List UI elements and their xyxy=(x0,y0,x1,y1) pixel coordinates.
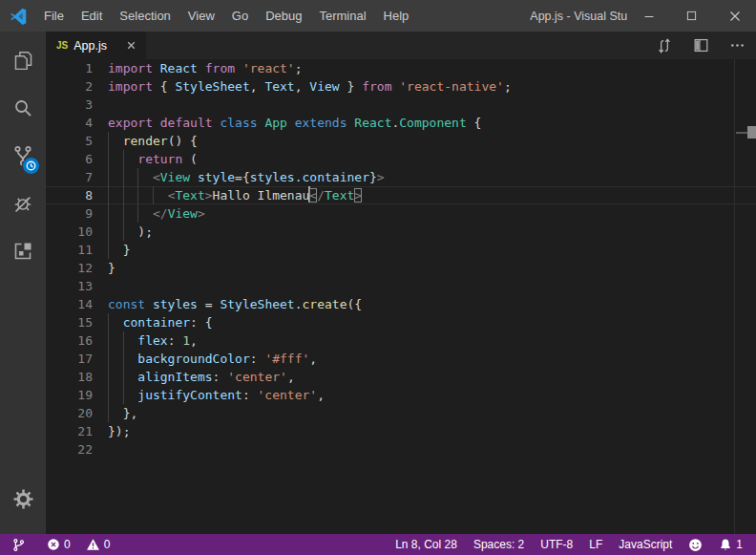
line-number[interactable]: 19 xyxy=(46,386,108,404)
menu-terminal[interactable]: Terminal xyxy=(310,0,374,32)
status-eol[interactable]: LF xyxy=(585,534,606,555)
code-token: 'center' xyxy=(258,388,318,402)
activity-extensions[interactable] xyxy=(0,227,46,275)
line-content: render() { xyxy=(108,132,198,150)
window-controls xyxy=(627,0,756,32)
code-line[interactable]: 2import { StyleSheet, Text, View } from … xyxy=(46,77,756,96)
line-number[interactable]: 12 xyxy=(46,259,108,277)
status-notifications[interactable]: 1 xyxy=(715,534,746,555)
code-token: alignItems xyxy=(137,370,212,384)
line-number[interactable]: 16 xyxy=(46,331,108,350)
status-cursor-position-label: Ln 8, Col 28 xyxy=(395,538,457,551)
code-token: }, xyxy=(123,406,138,420)
tab-app-js[interactable]: JSApp.js xyxy=(46,32,146,59)
minimize-button[interactable] xyxy=(627,0,670,32)
status-cursor-position[interactable]: Ln 8, Col 28 xyxy=(391,534,461,555)
line-number[interactable]: 14 xyxy=(46,295,108,313)
code-line[interactable]: 16 flex: 1, xyxy=(46,331,756,350)
code-line[interactable]: 8 <Text>Hallo Ilmenau</Text> xyxy=(46,186,756,204)
code-token: style xyxy=(198,170,235,184)
line-number[interactable]: 3 xyxy=(46,96,108,114)
code-line[interactable]: 13 xyxy=(46,277,756,295)
code-line[interactable]: 4export default class App extends React.… xyxy=(46,114,756,132)
line-number[interactable]: 22 xyxy=(46,440,108,459)
code-token: < xyxy=(153,170,160,184)
menu-help[interactable]: Help xyxy=(375,0,418,32)
indent-guide xyxy=(123,331,124,350)
line-number[interactable]: 18 xyxy=(46,368,108,386)
activity-source-control[interactable] xyxy=(0,132,46,180)
minimap[interactable] xyxy=(668,62,735,146)
line-number[interactable]: 1 xyxy=(46,59,108,77)
code-line[interactable]: 12} xyxy=(46,259,756,277)
status-language-mode[interactable]: JavaScript xyxy=(615,534,676,555)
line-number[interactable]: 21 xyxy=(46,422,108,440)
code-line[interactable]: 11 } xyxy=(46,241,756,259)
code-line[interactable]: 10 ); xyxy=(46,223,756,241)
code-line[interactable]: 21}); xyxy=(46,422,756,440)
line-number[interactable]: 9 xyxy=(46,204,108,223)
line-number[interactable]: 6 xyxy=(46,150,108,168)
code-line[interactable]: 3 xyxy=(46,96,756,114)
menu-view[interactable]: View xyxy=(179,0,223,32)
line-number[interactable]: 2 xyxy=(46,77,108,96)
status-git-branch[interactable] xyxy=(8,534,30,555)
menu-edit[interactable]: Edit xyxy=(73,0,111,32)
code-line[interactable]: 7 <View style={styles.container}> xyxy=(46,168,756,186)
menu-file[interactable]: File xyxy=(35,0,73,32)
line-number[interactable]: 20 xyxy=(46,404,108,422)
line-content: export default class App extends React.C… xyxy=(108,114,481,132)
ruler-cursor-marker xyxy=(747,126,756,139)
code-line[interactable]: 14const styles = StyleSheet.create({ xyxy=(46,295,756,313)
indent-guide xyxy=(123,168,124,186)
activity-debug[interactable] xyxy=(0,180,46,227)
status-encoding[interactable]: UTF-8 xyxy=(536,534,577,555)
code-line[interactable]: 5 render() { xyxy=(46,132,756,150)
line-number[interactable]: 4 xyxy=(46,114,108,132)
line-number[interactable]: 10 xyxy=(46,223,108,241)
status-indentation[interactable]: Spaces: 2 xyxy=(470,534,528,555)
status-bar-left: 00 xyxy=(8,534,121,555)
line-number[interactable]: 15 xyxy=(46,313,108,331)
code-line[interactable]: 22 xyxy=(46,440,756,459)
maximize-button[interactable] xyxy=(670,0,713,32)
code-line[interactable]: 18 alignItems: 'center', xyxy=(46,368,756,386)
activity-search[interactable] xyxy=(0,84,46,132)
code-line[interactable]: 17 backgroundColor: '#fff', xyxy=(46,350,756,368)
indent-guide xyxy=(123,204,124,223)
code-line[interactable]: 9 </View> xyxy=(46,204,756,223)
close-button[interactable] xyxy=(713,0,756,32)
activity-explorer[interactable] xyxy=(0,36,46,84)
code-token: }); xyxy=(108,424,130,438)
menu-debug[interactable]: Debug xyxy=(257,0,310,32)
line-number[interactable]: 17 xyxy=(46,350,108,368)
menu-go[interactable]: Go xyxy=(223,0,257,32)
code-token: , xyxy=(295,79,310,94)
status-warnings-label: 0 xyxy=(104,538,111,551)
code-editor[interactable]: 1import React from 'react';2import { Sty… xyxy=(46,59,756,534)
status-warnings[interactable]: 0 xyxy=(82,534,115,555)
split-editor-button[interactable] xyxy=(692,36,710,54)
code-token: from xyxy=(362,79,391,94)
code-line[interactable]: 15 container: { xyxy=(46,313,756,331)
activity-settings[interactable] xyxy=(0,475,46,523)
line-number[interactable]: 11 xyxy=(46,241,108,259)
code-line[interactable]: 19 justifyContent: 'center', xyxy=(46,386,756,404)
menu-selection[interactable]: Selection xyxy=(111,0,178,32)
code-line[interactable]: 1import React from 'react'; xyxy=(46,59,756,77)
code-line[interactable]: 20 }, xyxy=(46,404,756,422)
status-errors[interactable]: 0 xyxy=(43,534,74,555)
overview-ruler[interactable] xyxy=(734,59,756,534)
line-number[interactable]: 7 xyxy=(46,168,108,186)
code-line[interactable]: 6 return ( xyxy=(46,150,756,168)
tab-close-button[interactable] xyxy=(125,39,137,52)
line-number[interactable]: 8 xyxy=(46,186,108,204)
code-token: { xyxy=(467,116,482,130)
line-content: return ( xyxy=(108,150,198,168)
code-token: styles xyxy=(153,297,198,311)
more-actions-button[interactable] xyxy=(728,36,746,54)
line-number[interactable]: 5 xyxy=(46,132,108,150)
line-number[interactable]: 13 xyxy=(46,277,108,295)
open-changes-button[interactable] xyxy=(655,36,674,55)
status-feedback[interactable] xyxy=(684,534,706,555)
